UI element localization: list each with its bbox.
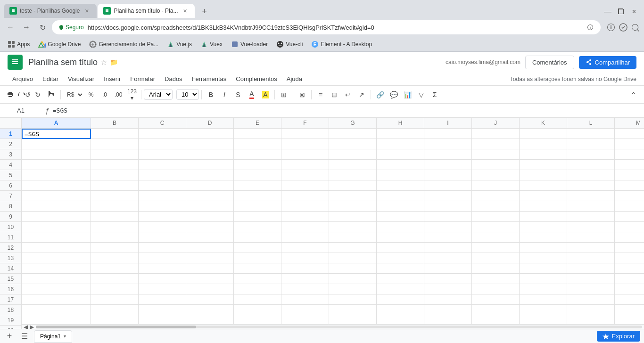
cell-H2[interactable] xyxy=(377,139,424,149)
font-color-button[interactable]: A xyxy=(245,88,258,101)
tab-1-close[interactable]: × xyxy=(83,7,91,15)
cell-A16[interactable] xyxy=(22,284,91,294)
cell-I9[interactable] xyxy=(424,212,472,222)
minimize-button[interactable]: — xyxy=(602,6,614,18)
print-button[interactable] xyxy=(4,88,17,101)
percent-button[interactable]: % xyxy=(84,88,98,101)
cell-H4[interactable] xyxy=(377,160,424,170)
cell-A4[interactable] xyxy=(22,160,91,170)
close-button[interactable]: × xyxy=(628,6,640,18)
scrollbar-thumb[interactable] xyxy=(36,326,196,328)
cell-C11[interactable] xyxy=(139,232,186,243)
strikethrough-button[interactable]: S xyxy=(231,88,245,101)
cell-G18[interactable] xyxy=(329,305,377,315)
cell-G5[interactable] xyxy=(329,170,377,180)
cell-K14[interactable] xyxy=(520,263,567,274)
cell-K2[interactable] xyxy=(520,139,567,149)
cell-I2[interactable] xyxy=(424,139,472,149)
cell-J16[interactable] xyxy=(472,284,520,294)
cell-J6[interactable] xyxy=(472,180,520,191)
col-header-M[interactable]: M xyxy=(615,118,644,128)
comments-button[interactable]: Comentários xyxy=(525,56,574,69)
cell-K11[interactable] xyxy=(520,232,567,243)
cell-I8[interactable] xyxy=(424,201,472,212)
active-cell-input[interactable] xyxy=(25,131,88,138)
cell-C10[interactable] xyxy=(139,222,186,232)
cell-E17[interactable] xyxy=(234,294,281,305)
cell-L15[interactable] xyxy=(567,274,615,284)
filter-button[interactable]: ▽ xyxy=(414,88,428,101)
cell-C15[interactable] xyxy=(139,274,186,284)
cell-K17[interactable] xyxy=(520,294,567,305)
cell-G14[interactable] xyxy=(329,263,377,274)
cell-H16[interactable] xyxy=(377,284,424,294)
cell-D15[interactable] xyxy=(186,274,234,284)
cell-J17[interactable] xyxy=(472,294,520,305)
cell-F7[interactable] xyxy=(281,191,329,201)
cell-I1[interactable] xyxy=(424,129,472,139)
cell-E10[interactable] xyxy=(234,222,281,232)
new-tab-button[interactable]: + xyxy=(198,5,211,18)
col-header-F[interactable]: F xyxy=(281,118,329,128)
cell-F14[interactable] xyxy=(281,263,329,274)
sheet-menu-button[interactable]: ☰ xyxy=(19,331,30,342)
border-button[interactable]: ⊞ xyxy=(277,88,290,101)
cell-L10[interactable] xyxy=(567,222,615,232)
cell-A18[interactable] xyxy=(22,305,91,315)
cell-L2[interactable] xyxy=(567,139,615,149)
cell-L14[interactable] xyxy=(567,263,615,274)
wrap-button[interactable]: ↵ xyxy=(341,88,355,101)
comment-button[interactable]: 💬 xyxy=(387,88,400,101)
maximize-button[interactable]: ⧠ xyxy=(615,6,627,18)
row-num-4[interactable]: 4 xyxy=(0,160,21,170)
cell-G2[interactable] xyxy=(329,139,377,149)
cell-D13[interactable] xyxy=(186,253,234,263)
cell-A3[interactable] xyxy=(22,149,91,160)
cell-B9[interactable] xyxy=(91,212,139,222)
cell-E13[interactable] xyxy=(234,253,281,263)
cell-D11[interactable] xyxy=(186,232,234,243)
cell-F9[interactable] xyxy=(281,212,329,222)
cell-K16[interactable] xyxy=(520,284,567,294)
bookmark-drive[interactable]: Google Drive xyxy=(34,39,84,50)
cell-A10[interactable] xyxy=(22,222,91,232)
formula-input[interactable] xyxy=(53,107,640,114)
cell-J12[interactable] xyxy=(472,243,520,253)
cell-D16[interactable] xyxy=(186,284,234,294)
cell-B8[interactable] xyxy=(91,201,139,212)
cell-B15[interactable] xyxy=(91,274,139,284)
cell-A12[interactable] xyxy=(22,243,91,253)
cell-C13[interactable] xyxy=(139,253,186,263)
col-header-J[interactable]: J xyxy=(472,118,520,128)
cell-F3[interactable] xyxy=(281,149,329,160)
cell-K8[interactable] xyxy=(520,201,567,212)
cell-J2[interactable] xyxy=(472,139,520,149)
rotate-button[interactable]: ↗ xyxy=(355,88,368,101)
row-num-1[interactable]: 1 xyxy=(0,129,21,139)
cell-J18[interactable] xyxy=(472,305,520,315)
cell-D14[interactable] xyxy=(186,263,234,274)
decimal2-button[interactable]: .00 xyxy=(112,88,125,101)
cell-K15[interactable] xyxy=(520,274,567,284)
forward-button[interactable]: → xyxy=(20,21,33,34)
col-header-K[interactable]: K xyxy=(520,118,567,128)
cell-M8[interactable] xyxy=(615,201,644,212)
row-num-13[interactable]: 13 xyxy=(0,253,21,263)
cell-M5[interactable] xyxy=(615,170,644,180)
bold-button[interactable]: B xyxy=(204,88,217,101)
cell-E1[interactable] xyxy=(234,129,281,139)
tab-2-close[interactable]: × xyxy=(181,7,189,15)
tab-1[interactable]: teste - Planilhas Google × xyxy=(4,4,97,18)
cell-A8[interactable] xyxy=(22,201,91,212)
cell-C8[interactable] xyxy=(139,201,186,212)
cell-J1[interactable] xyxy=(472,129,520,139)
cell-E14[interactable] xyxy=(234,263,281,274)
cell-I13[interactable] xyxy=(424,253,472,263)
cell-I14[interactable] xyxy=(424,263,472,274)
cell-A17[interactable] xyxy=(22,294,91,305)
row-num-7[interactable]: 7 xyxy=(0,191,21,201)
format-paint-button[interactable] xyxy=(45,88,58,101)
cell-F10[interactable] xyxy=(281,222,329,232)
cell-M3[interactable] xyxy=(615,149,644,160)
cell-H9[interactable] xyxy=(377,212,424,222)
